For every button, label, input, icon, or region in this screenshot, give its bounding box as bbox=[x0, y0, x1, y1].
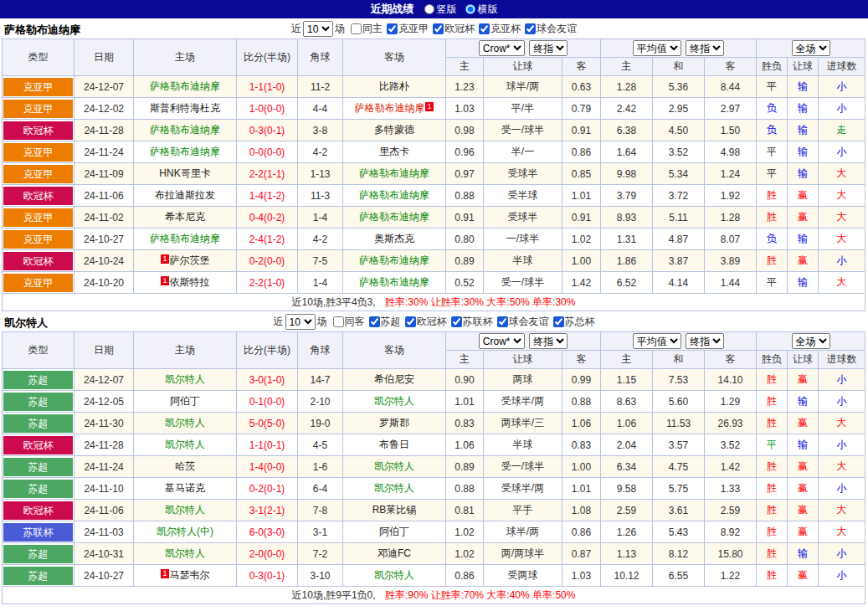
filter-checkbox-克亚杯[interactable]: 克亚杯 bbox=[475, 22, 521, 36]
team-name-link[interactable]: 萨格勒布迪纳摩 bbox=[359, 211, 429, 223]
avg-company-select[interactable]: 平均值 bbox=[633, 40, 681, 56]
score-cell: 1-0(0-0) bbox=[237, 98, 298, 120]
score-cell: 2-2(1-0) bbox=[237, 272, 298, 294]
away-team-cell: 萨格勒布迪纳摩 bbox=[343, 163, 446, 185]
team-name-link[interactable]: 马瑟韦尔 bbox=[170, 569, 210, 581]
team-name-link[interactable]: 布鲁日 bbox=[379, 439, 409, 450]
recent-results-table-home: 类型 日期 主场 比分(半场) 角球 客场 Crow* 终指 平均值 终指 全场 bbox=[2, 39, 865, 311]
team-name-link[interactable]: 萨格勒布迪纳摩 bbox=[359, 254, 429, 266]
checkbox-input[interactable] bbox=[479, 23, 490, 34]
avg-period-select[interactable]: 终指 bbox=[686, 333, 724, 349]
team-name-link[interactable]: 萨格勒布迪纳摩 bbox=[150, 146, 220, 157]
team-name-link[interactable]: 哈茨 bbox=[175, 460, 195, 472]
team-name-link[interactable]: 依斯特拉 bbox=[170, 276, 210, 288]
team-name-link[interactable]: 凯尔特人 bbox=[374, 460, 414, 472]
filter-checkbox-同客[interactable]: 同客 bbox=[329, 315, 365, 329]
date-cell: 24-11-24 bbox=[74, 456, 134, 478]
team-name-link[interactable]: 阿伯丁 bbox=[170, 395, 200, 407]
team-name-link[interactable]: 凯尔特人(中) bbox=[157, 526, 213, 537]
layout-radio-input[interactable] bbox=[424, 4, 434, 14]
team-name-link[interactable]: 萨格勒布迪纳摩 bbox=[150, 124, 220, 136]
filter-checkbox-欧冠杯[interactable]: 欧冠杯 bbox=[429, 22, 475, 36]
scope-select[interactable]: 全场 bbox=[792, 40, 830, 56]
team-name-link[interactable]: 凯尔特人 bbox=[165, 373, 205, 385]
filter-checkbox-苏超[interactable]: 苏超 bbox=[365, 315, 401, 329]
summary-record: 近10场,胜9平1负0, bbox=[292, 589, 376, 601]
odds-period-select[interactable]: 终指 bbox=[529, 40, 568, 56]
match-count-select[interactable]: 10 bbox=[303, 21, 333, 37]
team-name-link[interactable]: RB莱比锡 bbox=[372, 504, 417, 516]
filter-checkbox-球会友谊[interactable]: 球会友谊 bbox=[521, 22, 577, 36]
scope-select[interactable]: 全场 bbox=[792, 333, 830, 349]
col-score: 比分(半场) bbox=[237, 39, 298, 76]
odds-company-select[interactable]: Crow* bbox=[479, 333, 525, 349]
avg-period-select[interactable]: 终指 bbox=[686, 40, 724, 56]
team-name-link[interactable]: 凯尔特人 bbox=[374, 482, 414, 494]
filter-checkbox-同主[interactable]: 同主 bbox=[347, 22, 383, 36]
checkbox-input[interactable] bbox=[387, 23, 398, 34]
team-name-link[interactable]: 凯尔特人 bbox=[165, 547, 205, 559]
team-name-link[interactable]: 希本尼克 bbox=[165, 211, 205, 223]
odds-away-cell: 0.91 bbox=[562, 207, 601, 228]
team-name-link[interactable]: 萨格勒布迪纳摩 bbox=[150, 233, 220, 244]
checkbox-input[interactable] bbox=[333, 316, 344, 327]
checkbox-input[interactable] bbox=[451, 316, 462, 327]
team-name-link[interactable]: 斯普利特海杜克 bbox=[150, 102, 220, 114]
avg-away-cell: 2.97 bbox=[705, 98, 757, 120]
filter-checkbox-苏总杯[interactable]: 苏总杯 bbox=[549, 315, 595, 329]
odds-company-select[interactable]: Crow* bbox=[479, 40, 525, 56]
team-name-link[interactable]: 凯尔特人 bbox=[165, 417, 205, 429]
checkbox-input[interactable] bbox=[553, 316, 564, 327]
team-name-link[interactable]: 凯尔特人 bbox=[165, 504, 205, 516]
avg-company-select[interactable]: 平均值 bbox=[633, 333, 681, 349]
checkbox-input[interactable] bbox=[497, 316, 508, 327]
team-name-link[interactable]: 布拉迪斯拉发 bbox=[155, 189, 215, 201]
layout-radio-input[interactable] bbox=[465, 4, 475, 14]
odds-period-select[interactable]: 终指 bbox=[529, 333, 568, 349]
team-name-link[interactable]: 萨尔茨堡 bbox=[170, 254, 210, 266]
team-name-link[interactable]: 罗斯郡 bbox=[379, 417, 409, 429]
checkbox-input[interactable] bbox=[351, 23, 362, 34]
checkbox-label: 球会友谊 bbox=[509, 315, 549, 329]
team-name-link[interactable]: 希伯尼安 bbox=[374, 373, 414, 385]
checkbox-input[interactable] bbox=[369, 316, 380, 327]
odds-handicap-cell: 两球 bbox=[484, 369, 562, 391]
team-name-link[interactable]: 萨格勒布迪纳摩 bbox=[359, 276, 429, 288]
team-name-link[interactable]: 基马诺克 bbox=[165, 482, 205, 494]
date-cell: 24-10-27 bbox=[74, 565, 134, 587]
filter-checkbox-苏联杯[interactable]: 苏联杯 bbox=[447, 315, 493, 329]
section-header-bar: 萨格勒布迪纳摩 近 10 场 同主克亚甲欧冠杯克亚杯球会友谊 bbox=[2, 19, 866, 39]
match-count-select[interactable]: 10 bbox=[285, 314, 316, 330]
score-cell: 0-4(0-2) bbox=[237, 207, 298, 228]
team-name-link[interactable]: 萨格勒布迪纳摩 bbox=[359, 167, 429, 179]
team-name-link[interactable]: 凯尔特人 bbox=[374, 569, 414, 581]
team-name-link[interactable]: 萨格勒布迪纳摩 bbox=[354, 102, 424, 114]
league-type-badge: 克亚甲 bbox=[3, 100, 73, 118]
checkbox-input[interactable] bbox=[405, 316, 416, 327]
team-name-link[interactable]: HNK哥里卡 bbox=[159, 167, 210, 179]
team-name-link[interactable]: 凯尔特人 bbox=[374, 395, 414, 407]
filter-checkbox-克亚甲[interactable]: 克亚甲 bbox=[383, 22, 429, 36]
checkbox-input[interactable] bbox=[433, 23, 444, 34]
team-name-link[interactable]: 比路朴 bbox=[379, 80, 409, 92]
team-name-link[interactable]: 萨格勒布迪纳摩 bbox=[359, 189, 429, 201]
summary-record: 近10场,胜3平4负3, bbox=[292, 296, 376, 308]
date-cell: 24-11-06 bbox=[74, 185, 134, 207]
team-name-link[interactable]: 阿伯丁 bbox=[379, 526, 409, 537]
team-name-link[interactable]: 邓迪FC bbox=[378, 547, 411, 559]
layout-radio-横版[interactable]: 横版 bbox=[465, 3, 498, 17]
team-name-link[interactable]: 多特蒙德 bbox=[374, 124, 414, 136]
layout-radio-竖版[interactable]: 竖版 bbox=[424, 3, 457, 17]
team-name-link[interactable]: 里杰卡 bbox=[379, 146, 409, 157]
away-team-cell: 萨格勒布迪纳摩 bbox=[343, 250, 446, 272]
team-name-link[interactable]: 萨格勒布迪纳摩 bbox=[150, 80, 220, 92]
league-type-badge: 苏超 bbox=[3, 371, 73, 389]
filter-checkbox-球会友谊[interactable]: 球会友谊 bbox=[493, 315, 549, 329]
checkbox-input[interactable] bbox=[525, 23, 536, 34]
team-name-link[interactable]: 奥斯杰克 bbox=[374, 233, 414, 244]
home-team-cell: 阿伯丁 bbox=[134, 391, 237, 413]
red-card-badge: 1 bbox=[161, 254, 168, 264]
avg-home-cell: 1.31 bbox=[601, 228, 653, 250]
filter-checkbox-欧冠杯[interactable]: 欧冠杯 bbox=[401, 315, 447, 329]
team-name-link[interactable]: 凯尔特人 bbox=[165, 439, 205, 450]
